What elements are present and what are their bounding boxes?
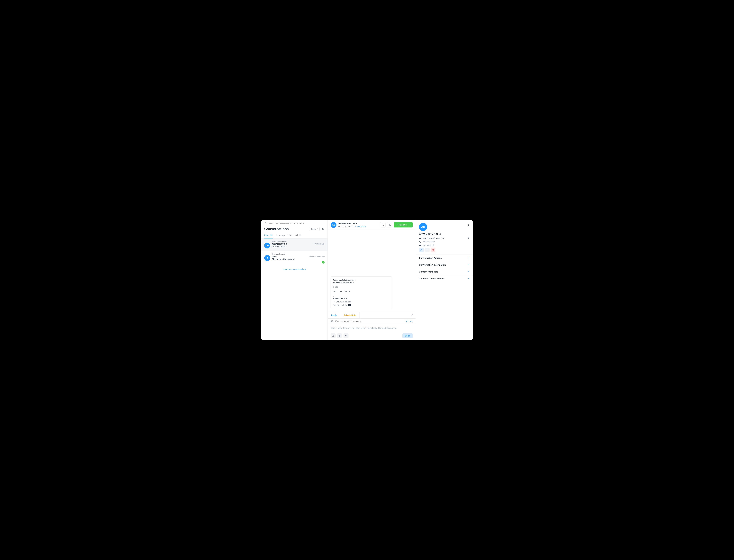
contact-name: ASWIN DEV P S (419, 233, 438, 236)
conversation-time: about 22 hours ago (309, 255, 324, 257)
accordion-contact-attributes[interactable]: Contact Attributes+ (416, 268, 473, 275)
contact-company: Not Available (423, 244, 435, 246)
briefcase-icon (419, 244, 421, 246)
tab-mine-label: Mine (264, 234, 269, 236)
contact-email: aswindevps@gmail.com (423, 237, 445, 239)
tab-all-label: All (295, 234, 298, 236)
external-link-icon[interactable] (439, 233, 441, 235)
expand-editor-button[interactable] (408, 314, 416, 317)
share-icon (388, 224, 391, 226)
mail-icon (338, 226, 340, 227)
conversation-channel: Chatwoot Email (272, 241, 324, 243)
quote-icon: ❝❞ (345, 335, 347, 337)
emoji-button[interactable] (330, 333, 335, 338)
conversation-channel: Acme Support (272, 253, 324, 255)
emoji-icon (332, 335, 334, 337)
add-bcc-link[interactable]: Add bcc (406, 320, 413, 322)
chat-channel: Chatwoot Email (338, 225, 354, 228)
signature-button[interactable]: ❝❞ (343, 333, 348, 338)
resolve-label: Resolve (399, 224, 407, 226)
tab-unassigned-count: 0 (289, 234, 291, 236)
resolve-button[interactable]: Resolve (394, 222, 413, 227)
message-timestamp: Nov 24, 12:47 PM (333, 304, 347, 306)
email-message: To: aswin@chatwoot.com Subject: Chatwoot… (330, 276, 392, 309)
plus-icon: + (468, 277, 470, 280)
mail-icon (348, 304, 351, 306)
svg-point-5 (322, 228, 323, 228)
check-icon (396, 224, 398, 226)
status-filter-select[interactable]: Open (309, 227, 319, 231)
search-input[interactable] (268, 222, 324, 225)
chevron-down-icon (409, 224, 411, 226)
close-details-link[interactable]: Close details (355, 225, 366, 228)
unread-badge: 1 (322, 261, 324, 264)
collapse-panel-button[interactable] (467, 224, 470, 227)
plus-icon: + (468, 263, 470, 266)
svg-point-0 (265, 222, 266, 224)
cc-label: CC (330, 320, 333, 322)
tab-private-note[interactable]: Private Note (340, 312, 359, 318)
load-more-button[interactable]: Load more conversations (261, 266, 327, 273)
cc-input[interactable] (335, 320, 404, 322)
tab-mine-count: 2 (270, 234, 272, 236)
share-button[interactable] (387, 222, 392, 227)
merge-icon (426, 249, 428, 251)
edit-contact-button[interactable] (419, 248, 424, 252)
svg-rect-8 (272, 241, 273, 242)
refresh-button[interactable] (380, 222, 386, 227)
svg-point-7 (322, 229, 323, 230)
plus-icon: + (468, 270, 470, 273)
accordion-conversation-actions[interactable]: Conversation Actions+ (416, 254, 473, 261)
refresh-icon (382, 224, 384, 226)
tab-reply[interactable]: Reply (328, 312, 340, 318)
tab-all-count: 2 (299, 234, 301, 236)
svg-rect-16 (419, 237, 421, 239)
conversation-sender: ASWIN DEV P S (272, 243, 287, 245)
app-window: Conversations Open Mine 2 Unassigned 0 A… (261, 220, 473, 340)
sliders-icon (321, 228, 324, 230)
conversation-item[interactable]: AD Chatwoot Email ASWIN DEV P S 4 minute… (261, 238, 327, 251)
conversation-item[interactable]: J Acme Support Jane about 22 hours ago P… (261, 251, 327, 266)
page-title: Conversations (264, 227, 289, 231)
avatar: AD (419, 223, 427, 231)
filter-button[interactable] (321, 227, 324, 231)
chat-header: AD ASWIN DEV P S Chatwoot Email Close de… (328, 220, 416, 230)
conversation-list: AD Chatwoot Email ASWIN DEV P S 4 minute… (261, 238, 327, 340)
conversation-sender: Jane (272, 255, 276, 258)
conversation-preview: Please rate the support (272, 258, 324, 260)
trash-icon (432, 249, 434, 251)
plus-icon: + (468, 257, 470, 259)
copy-icon (468, 237, 470, 239)
conversation-time: 4 minutes ago (313, 243, 324, 245)
avatar: AD (330, 222, 336, 228)
attachment-button[interactable] (337, 333, 342, 338)
accordion-conversation-information[interactable]: Conversation Information+ (416, 261, 473, 268)
pencil-icon (420, 249, 422, 251)
svg-point-6 (323, 229, 323, 229)
tab-unassigned-label: Unassigned (276, 234, 288, 236)
paperclip-icon (338, 335, 341, 337)
mail-icon (272, 241, 274, 242)
delete-contact-button[interactable] (431, 248, 436, 252)
show-quoted-toggle[interactable]: Show Quoted Text (333, 301, 390, 303)
tab-all[interactable]: All 2 (295, 232, 301, 238)
message-input[interactable]: Shift + enter for new line. Start with '… (328, 324, 416, 333)
conversations-panel: Conversations Open Mine 2 Unassigned 0 A… (261, 220, 328, 340)
copy-email-button[interactable] (468, 237, 470, 239)
merge-contact-button[interactable] (425, 248, 430, 252)
tab-mine[interactable]: Mine 2 (264, 232, 272, 238)
chat-panel: AD ASWIN DEV P S Chatwoot Email Close de… (328, 220, 416, 340)
contact-panel: AD ASWIN DEV P S aswindevps@gmail.com No… (416, 220, 473, 340)
chat-messages: To: aswin@chatwoot.com Subject: Chatwoot… (328, 230, 416, 312)
chevron-right-icon (467, 224, 470, 227)
mail-icon (419, 237, 421, 239)
tab-unassigned[interactable]: Unassigned 0 (276, 232, 291, 238)
accordion-previous-conversations[interactable]: Previous Conversations+ (416, 275, 473, 282)
avatar: J (264, 255, 270, 261)
expand-icon (411, 314, 413, 316)
search-bar[interactable] (261, 220, 327, 226)
send-button[interactable]: Send (403, 333, 413, 338)
svg-line-1 (266, 224, 266, 224)
globe-icon (272, 253, 274, 255)
contact-accordion: Conversation Actions+ Conversation Infor… (416, 254, 473, 282)
